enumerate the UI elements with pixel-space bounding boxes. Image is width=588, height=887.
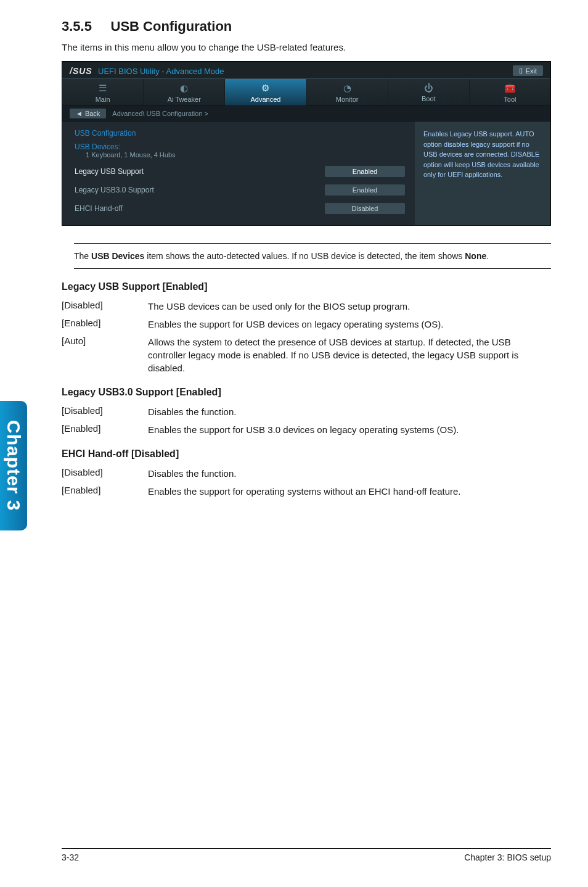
bios-body: USB Configuration USB Devices: 1 Keyboar…: [62, 122, 550, 225]
bios-screenshot: /SUS UEFI BIOS Utility - Advanced Mode ▯…: [62, 61, 551, 226]
tab-ai-tweaker[interactable]: ◐ Ai Tweaker: [144, 79, 225, 105]
toolbox-icon: 🧰: [470, 83, 550, 94]
def-row: [Auto] Allows the system to detect the p…: [62, 333, 551, 377]
chapter-side-tab: Chapter 3: [0, 401, 27, 530]
def-key: [Auto]: [62, 333, 148, 377]
tab-label: Ai Tweaker: [168, 96, 201, 103]
palette-icon: ◐: [144, 83, 224, 94]
usb-devices-value: 1 Keyboard, 1 Mouse, 4 Hubs: [86, 151, 405, 159]
def-row: [Disabled] Disables the function.: [62, 464, 551, 482]
section-intro: The items in this menu allow you to chan…: [62, 42, 551, 52]
note-block: The USB Devices item shows the auto-dete…: [62, 243, 551, 269]
footer-page-number: 3-32: [62, 852, 79, 862]
def-row: [Enabled] Enables the support for USB 3.…: [62, 421, 551, 439]
back-label: Back: [85, 110, 100, 117]
note-text-part: The: [74, 251, 91, 261]
def-desc: Allows the system to detect the presence…: [148, 333, 551, 377]
bios-titlebar: /SUS UEFI BIOS Utility - Advanced Mode ▯…: [62, 62, 550, 78]
row-ehci-hand-off[interactable]: EHCI Hand-off Disabled: [75, 203, 405, 214]
tab-advanced[interactable]: ⚙ Advanced: [225, 79, 306, 105]
row-value[interactable]: Enabled: [325, 184, 405, 196]
row-value[interactable]: Enabled: [325, 166, 405, 177]
def-desc: Disables the function.: [148, 403, 551, 421]
footer-chapter: Chapter 3: BIOS setup: [464, 852, 551, 862]
bios-title: /SUS UEFI BIOS Utility - Advanced Mode: [70, 66, 224, 76]
def-desc: Enables the support for USB devices on l…: [148, 315, 551, 333]
def-table-ehci: [Disabled] Disables the function. [Enabl…: [62, 464, 551, 500]
tab-label: Tool: [504, 96, 516, 103]
row-label: Legacy USB3.0 Support: [75, 186, 154, 194]
def-key: [Disabled]: [62, 464, 148, 482]
list-icon: ☰: [62, 83, 143, 94]
chip-icon: ⚙: [225, 83, 306, 94]
def-table-legacy-usb30: [Disabled] Disables the function. [Enabl…: [62, 403, 551, 439]
tab-label: Boot: [422, 95, 436, 102]
usb-config-header: USB Configuration: [75, 129, 405, 138]
breadcrumb-path: Advanced\ USB Configuration >: [112, 110, 208, 117]
def-key: [Disabled]: [62, 403, 148, 421]
def-row: [Disabled] The USB devices can be used o…: [62, 297, 551, 315]
tab-label: Main: [96, 96, 110, 103]
page-footer: 3-32 Chapter 3: BIOS setup: [62, 848, 551, 862]
tab-boot[interactable]: ⏻ Boot: [388, 79, 470, 105]
asus-logo: /SUS: [70, 66, 92, 76]
note-bold-none: None: [465, 251, 486, 261]
section-title: USB Configuration: [111, 19, 232, 34]
note-bold-usb-devices: USB Devices: [91, 251, 144, 261]
def-desc: Enables the support for operating system…: [148, 482, 551, 500]
row-value[interactable]: Disabled: [325, 203, 405, 214]
heading-ehci: EHCI Hand-off [Disabled]: [62, 448, 551, 460]
row-label: Legacy USB Support: [75, 167, 144, 176]
exit-label: Exit: [526, 67, 537, 75]
bios-main-panel: USB Configuration USB Devices: 1 Keyboar…: [62, 122, 415, 225]
row-legacy-usb-support[interactable]: Legacy USB Support Enabled: [75, 166, 405, 177]
tab-label: Advanced: [250, 96, 280, 103]
tab-main[interactable]: ☰ Main: [62, 79, 144, 105]
power-icon: ⏻: [388, 83, 469, 93]
bios-breadcrumb: ◄ Back Advanced\ USB Configuration >: [62, 106, 550, 122]
back-arrow-icon: ◄: [76, 110, 83, 117]
usb-devices-label: USB Devices:: [75, 142, 405, 151]
heading-legacy-usb30: Legacy USB3.0 Support [Enabled]: [62, 387, 551, 398]
note-text: The USB Devices item shows the auto-dete…: [74, 243, 551, 269]
def-desc: Disables the function.: [148, 464, 551, 482]
section-number: 3.5.5: [62, 19, 92, 34]
def-row: [Enabled] Enables the support for operat…: [62, 482, 551, 500]
def-key: [Enabled]: [62, 421, 148, 439]
row-label: EHCI Hand-off: [75, 204, 123, 213]
exit-icon: ▯: [519, 67, 523, 75]
tab-label: Monitor: [336, 96, 359, 103]
def-key: [Disabled]: [62, 297, 148, 315]
page-content: 3.5.5 USB Configuration The items in thi…: [62, 19, 551, 500]
def-key: [Enabled]: [62, 315, 148, 333]
exit-button[interactable]: ▯ Exit: [513, 65, 543, 76]
def-desc: Enables the support for USB 3.0 devices …: [148, 421, 551, 439]
bios-tabs: ☰ Main ◐ Ai Tweaker ⚙ Advanced ◔ Monitor…: [62, 78, 550, 106]
tab-tool[interactable]: 🧰 Tool: [470, 79, 550, 105]
note-text-part: item shows the auto-detected values. If …: [144, 251, 465, 261]
section-heading: 3.5.5 USB Configuration: [62, 19, 551, 35]
row-legacy-usb30-support[interactable]: Legacy USB3.0 Support Enabled: [75, 184, 405, 196]
def-desc: The USB devices can be used only for the…: [148, 297, 551, 315]
def-key: [Enabled]: [62, 482, 148, 500]
def-row: [Enabled] Enables the support for USB de…: [62, 315, 551, 333]
note-text-part: .: [486, 251, 489, 261]
back-button[interactable]: ◄ Back: [70, 109, 106, 118]
bios-help-panel: Enables Legacy USB support. AUTO option …: [415, 122, 550, 225]
gauge-icon: ◔: [307, 83, 388, 94]
def-table-legacy-usb: [Disabled] The USB devices can be used o…: [62, 297, 551, 377]
tab-monitor[interactable]: ◔ Monitor: [307, 79, 388, 105]
bios-utility-title: UEFI BIOS Utility - Advanced Mode: [98, 67, 224, 76]
heading-legacy-usb: Legacy USB Support [Enabled]: [62, 281, 551, 292]
def-row: [Disabled] Disables the function.: [62, 403, 551, 421]
